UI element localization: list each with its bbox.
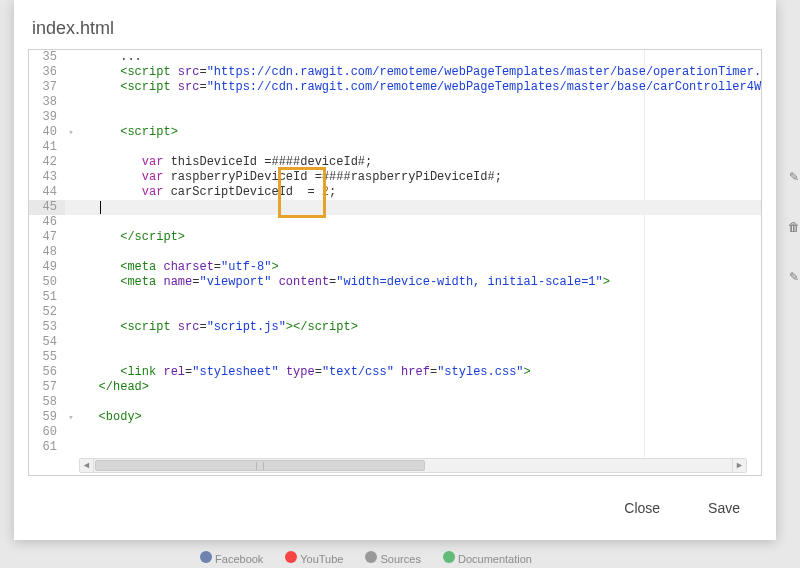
line-number: 44 (29, 185, 65, 200)
modal-footer: Close Save (14, 476, 776, 540)
code-content[interactable]: <script src="https://cdn.rawgit.com/remo… (77, 80, 761, 95)
background-toolbar: ✎ 🗑 ✎ (788, 170, 800, 320)
line-number: 60 (29, 425, 65, 440)
code-line[interactable]: 50 <meta name="viewport" content="width=… (29, 275, 761, 290)
code-line[interactable]: 40▾ <script> (29, 125, 761, 140)
editor-modal: index.html 35 ...36 <script src="https:/… (14, 0, 776, 540)
code-line[interactable]: 43 var raspberryPiDeviceId =####raspberr… (29, 170, 761, 185)
close-button[interactable]: Close (616, 494, 668, 522)
text-cursor (100, 201, 101, 214)
code-content[interactable]: var raspberryPiDeviceId =####raspberryPi… (77, 170, 761, 185)
code-line[interactable]: 57 </head> (29, 380, 761, 395)
line-number: 58 (29, 395, 65, 410)
line-number: 59 (29, 410, 65, 425)
code-content[interactable]: var thisDeviceId =####deviceId#; (77, 155, 761, 170)
line-number: 52 (29, 305, 65, 320)
line-number: 61 (29, 440, 65, 455)
line-number: 53 (29, 320, 65, 335)
line-number: 39 (29, 110, 65, 125)
code-line[interactable]: 51 (29, 290, 761, 305)
code-content[interactable]: <link rel="stylesheet" type="text/css" h… (77, 365, 761, 380)
code-line[interactable]: 52 (29, 305, 761, 320)
code-line[interactable]: 44 var carScriptDeviceId = 2; (29, 185, 761, 200)
code-line[interactable]: 49 <meta charset="utf-8"> (29, 260, 761, 275)
fold-gutter[interactable]: ▾ (65, 411, 77, 426)
code-line[interactable]: 35 ... (29, 50, 761, 65)
code-content[interactable]: <script> (77, 125, 761, 140)
line-number: 38 (29, 95, 65, 110)
line-number: 51 (29, 290, 65, 305)
line-number: 50 (29, 275, 65, 290)
code-editor[interactable]: 35 ...36 <script src="https://cdn.rawgit… (28, 49, 762, 476)
line-number: 42 (29, 155, 65, 170)
fold-gutter[interactable]: ▾ (65, 126, 77, 141)
code-line[interactable]: 45 (29, 200, 761, 215)
code-content[interactable]: var carScriptDeviceId = 2; (77, 185, 761, 200)
code-line[interactable]: 36 <script src="https://cdn.rawgit.com/r… (29, 65, 761, 80)
code-line[interactable]: 47 </script> (29, 230, 761, 245)
line-number: 36 (29, 65, 65, 80)
code-line[interactable]: 54 (29, 335, 761, 350)
scroll-thumb[interactable] (95, 460, 425, 471)
code-line[interactable]: 42 var thisDeviceId =####deviceId#; (29, 155, 761, 170)
line-number: 46 (29, 215, 65, 230)
code-line[interactable]: 61 (29, 440, 761, 455)
bg-icon: ✎ (788, 170, 800, 220)
line-number: 47 (29, 230, 65, 245)
line-number: 49 (29, 260, 65, 275)
scroll-right-button[interactable]: ► (732, 459, 746, 472)
code-line[interactable]: 60 (29, 425, 761, 440)
code-line[interactable]: 39 (29, 110, 761, 125)
line-number: 54 (29, 335, 65, 350)
save-button[interactable]: Save (700, 494, 748, 522)
code-content[interactable]: <script src="script.js"></script> (77, 320, 761, 335)
code-content[interactable]: </head> (77, 380, 761, 395)
code-line[interactable]: 55 (29, 350, 761, 365)
code-content[interactable]: <meta name="viewport" content="width=dev… (77, 275, 761, 290)
modal-title: index.html (14, 0, 776, 49)
line-number: 48 (29, 245, 65, 260)
code-content[interactable]: </script> (77, 230, 761, 245)
bg-icon: 🗑 (788, 220, 800, 270)
line-number: 45 (29, 200, 65, 215)
code-line[interactable]: 53 <script src="script.js"></script> (29, 320, 761, 335)
line-number: 43 (29, 170, 65, 185)
line-number: 40 (29, 125, 65, 140)
line-number: 55 (29, 350, 65, 365)
line-number: 57 (29, 380, 65, 395)
code-content[interactable]: <meta charset="utf-8"> (77, 260, 761, 275)
code-line[interactable]: 59▾ <body> (29, 410, 761, 425)
bg-icon: ✎ (788, 270, 800, 320)
code-line[interactable]: 56 <link rel="stylesheet" type="text/css… (29, 365, 761, 380)
code-line[interactable]: 48 (29, 245, 761, 260)
page-footer-links: Facebook YouTube Sources Documentation (0, 548, 800, 568)
line-number: 56 (29, 365, 65, 380)
code-content[interactable] (77, 200, 761, 215)
line-number: 41 (29, 140, 65, 155)
code-content[interactable]: ... (77, 50, 761, 65)
code-line[interactable]: 38 (29, 95, 761, 110)
line-number: 37 (29, 80, 65, 95)
code-content[interactable] (77, 440, 761, 455)
scroll-left-button[interactable]: ◄ (80, 459, 94, 472)
line-number: 35 (29, 50, 65, 65)
code-content[interactable]: <script src="https://cdn.rawgit.com/remo… (77, 65, 761, 80)
horizontal-scrollbar[interactable]: ◄ ► (79, 458, 747, 473)
code-line[interactable]: 46 (29, 215, 761, 230)
code-line[interactable]: 41 (29, 140, 761, 155)
code-line[interactable]: 37 <script src="https://cdn.rawgit.com/r… (29, 80, 761, 95)
code-line[interactable]: 58 (29, 395, 761, 410)
code-content[interactable]: <body> (77, 410, 761, 425)
